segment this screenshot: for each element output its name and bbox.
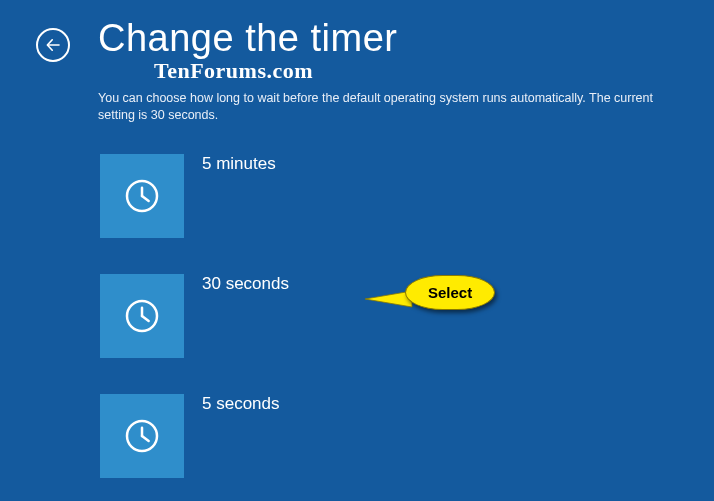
back-arrow-icon	[44, 36, 62, 54]
option-tile	[100, 394, 184, 478]
clock-icon	[122, 416, 162, 456]
svg-line-3	[142, 196, 149, 201]
timer-option-5-minutes[interactable]: 5 minutes	[100, 154, 276, 238]
option-label: 5 seconds	[202, 394, 280, 414]
back-button[interactable]	[36, 28, 70, 62]
option-label: 5 minutes	[202, 154, 276, 174]
svg-line-6	[142, 316, 149, 321]
timer-options-list: 5 minutes 30 seconds 5 seconds	[100, 154, 714, 478]
clock-icon	[122, 296, 162, 336]
clock-icon	[122, 176, 162, 216]
option-tile	[100, 154, 184, 238]
option-tile	[100, 274, 184, 358]
watermark-text: TenForums.com	[154, 58, 658, 84]
timer-option-5-seconds[interactable]: 5 seconds	[100, 394, 280, 478]
page-title: Change the timer	[98, 18, 658, 60]
timer-option-30-seconds[interactable]: 30 seconds	[100, 274, 289, 358]
svg-line-9	[142, 436, 149, 441]
page-description: You can choose how long to wait before t…	[98, 90, 658, 124]
option-label: 30 seconds	[202, 274, 289, 294]
